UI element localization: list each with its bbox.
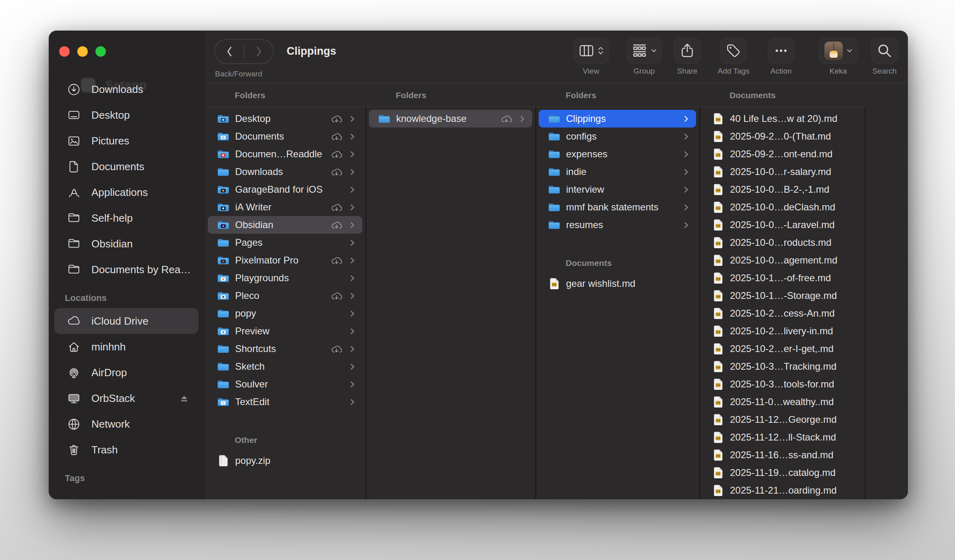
row-garageband-for-ios[interactable]: GarageBand for iOS: [208, 181, 362, 198]
desktop-background: Setapp DownloadsDesktopPicturesDocuments…: [0, 0, 955, 560]
row-2025-11-19-catalog-md[interactable]: 2025-11-19…catalog.md: [703, 464, 862, 482]
row-40-life-les-w-at-20-md[interactable]: 40 Life Les…w at 20).md: [703, 110, 862, 128]
forward-button[interactable]: [255, 45, 263, 58]
row-2025-10-0-b-2-1-md[interactable]: 2025-10-0…B-2-,-1.md: [703, 181, 862, 198]
row-clippings[interactable]: Clippings: [539, 110, 696, 128]
sidebar-item-applications[interactable]: Applications: [54, 179, 198, 205]
finder-window: Setapp DownloadsDesktopPicturesDocuments…: [49, 31, 908, 499]
eject-icon[interactable]: [180, 395, 189, 402]
row-knowledge-base[interactable]: knowledge-base: [369, 110, 532, 128]
zoom-button[interactable]: [95, 46, 106, 57]
row-2025-11-21-oarding-md[interactable]: 2025-11-21…oarding.md: [703, 482, 862, 499]
chevron-right-icon: [520, 115, 525, 122]
row-2025-10-0-declash-md[interactable]: 2025-10-0…deClash.md: [703, 198, 862, 216]
sidebar-item-self-help[interactable]: Self-help: [54, 205, 198, 231]
row-2025-10-1-storage-md[interactable]: 2025-10-1…-Storage.md: [703, 287, 862, 305]
row-preview[interactable]: Preview: [208, 322, 362, 340]
row-expenses[interactable]: expenses: [539, 145, 696, 163]
row-popy[interactable]: popy: [208, 305, 362, 322]
sidebar-item-desktop[interactable]: Desktop: [54, 102, 198, 128]
row-gear-wishlist-md[interactable]: gear wishlist.md: [539, 275, 696, 292]
cloud-download-icon: [331, 344, 342, 353]
cloud-download-icon: [331, 150, 342, 159]
sidebar-item-minhnh[interactable]: minhnh: [54, 334, 198, 360]
row-soulver[interactable]: Soulver: [208, 375, 362, 393]
row-pleco[interactable]: Pleco: [208, 287, 362, 305]
row-2025-10-3-tools-for-md[interactable]: 2025-10-3…tools-for.md: [703, 375, 862, 393]
toolbar-view-button[interactable]: View: [573, 38, 609, 76]
row-ia-writer[interactable]: iA Writer: [208, 198, 362, 216]
row-2025-10-2-cess-an-md[interactable]: 2025-10-2…cess-An.md: [703, 305, 862, 322]
toolbar-add-tags-button[interactable]: Add Tags: [718, 38, 750, 76]
row-2025-10-0-agement-md[interactable]: 2025-10-0…agement.md: [703, 251, 862, 269]
row-label: Obsidian: [235, 219, 273, 231]
markdown-file-icon: [711, 396, 725, 408]
row-2025-10-1-of-free-md[interactable]: 2025-10-1…-of-free.md: [703, 269, 862, 287]
toolbar-search-button[interactable]: Search: [871, 38, 898, 76]
row-interview[interactable]: interview: [539, 181, 696, 198]
row-textedit[interactable]: TextEdit: [208, 393, 362, 411]
folder-icon: [217, 397, 230, 407]
toolbar-group-button[interactable]: Group: [626, 38, 662, 76]
row-2025-10-0-roducts-md[interactable]: 2025-10-0…roducts.md: [703, 234, 862, 251]
row-label: 2025-11-21…oarding.md: [730, 485, 837, 496]
row-2025-11-0-wealthy-md[interactable]: 2025-11-0…wealthy..md: [703, 393, 862, 411]
row-playgrounds[interactable]: Playgrounds: [208, 269, 362, 287]
sidebar-item-airdrop[interactable]: AirDrop: [54, 360, 198, 385]
row-configs[interactable]: configs: [539, 128, 696, 145]
minimize-button[interactable]: [77, 46, 88, 57]
sidebar-item-label: Network: [91, 418, 130, 430]
sidebar-item-obsidian[interactable]: Obsidian: [54, 231, 198, 257]
row-label: 2025-11-12…George.md: [730, 414, 837, 425]
row-2025-11-16-ss-and-md[interactable]: 2025-11-16…ss-and.md: [703, 446, 862, 464]
row-2025-10-2-livery-in-md[interactable]: 2025-10-2…livery-in.md: [703, 322, 862, 340]
row-sketch[interactable]: Sketch: [208, 358, 362, 375]
row-pixelmator-pro[interactable]: Pixelmator Pro: [208, 251, 362, 269]
markdown-file-icon: [711, 484, 725, 496]
row-label: iA Writer: [235, 202, 271, 213]
row-2025-10-3-tracking-md[interactable]: 2025-10-3…Tracking.md: [703, 358, 862, 375]
row-indie[interactable]: indie: [539, 163, 696, 181]
sidebar-item-orbstack[interactable]: OrbStack: [54, 385, 198, 411]
row-2025-09-2-ont-end-md[interactable]: 2025-09-2…ont-end.md: [703, 145, 862, 163]
row-obsidian[interactable]: Obsidian: [208, 216, 362, 234]
sidebar-item-trash[interactable]: Trash: [54, 437, 198, 463]
row-label: 2025-10-2…er-I-get,.md: [730, 343, 833, 354]
toolbar-share-button[interactable]: Share: [674, 38, 701, 76]
toolbar-keka-button[interactable]: Keka: [819, 38, 858, 76]
row-2025-09-2-0-that-md[interactable]: 2025-09-2…0-(That.md: [703, 128, 862, 145]
sidebar-item-documents[interactable]: Documents: [54, 154, 198, 179]
row-2025-10-2-er-i-get-md[interactable]: 2025-10-2…er-I-get,.md: [703, 340, 862, 358]
folder-icon: [217, 167, 230, 177]
row-desktop[interactable]: Desktop: [208, 110, 362, 128]
toolbar-button-label: Share: [677, 67, 698, 76]
row-2025-11-12-ll-stack-md[interactable]: 2025-11-12…ll-Stack.md: [703, 428, 862, 446]
row-label: Clippings: [566, 113, 606, 124]
row-documents[interactable]: Documents: [208, 128, 362, 145]
column-divider[interactable]: [865, 107, 866, 499]
sidebar-item-network[interactable]: Network: [54, 411, 198, 437]
row-documen-readdle[interactable]: Documen…Readdle: [208, 145, 362, 163]
markdown-file-icon: [711, 148, 725, 160]
row-2025-10-0-r-salary-md[interactable]: 2025-10-0…r-salary.md: [703, 163, 862, 181]
row-shortcuts[interactable]: Shortcuts: [208, 340, 362, 358]
folder-icon: [217, 255, 230, 266]
row-label: resumes: [566, 219, 603, 231]
close-button[interactable]: [59, 46, 70, 57]
sidebar-item-icloud-drive[interactable]: iCloud Drive: [54, 308, 198, 334]
back-button[interactable]: [225, 45, 234, 58]
row-2025-10-0-laravel-md[interactable]: 2025-10-0…-Laravel.md: [703, 216, 862, 234]
sidebar-item-pictures[interactable]: Pictures: [54, 128, 198, 154]
row-mmf-bank-statements[interactable]: mmf bank statements: [539, 198, 696, 216]
row-2025-11-12-george-md[interactable]: 2025-11-12…George.md: [703, 411, 862, 428]
row-downloads[interactable]: Downloads: [208, 163, 362, 181]
row-pages[interactable]: Pages: [208, 234, 362, 251]
row-label: 2025-10-0…r-salary.md: [730, 166, 831, 177]
sidebar-item-documents-by-rea[interactable]: Documents by Rea…: [54, 257, 198, 282]
toolbar-action-button[interactable]: Action: [768, 38, 794, 76]
sidebar-item-downloads[interactable]: Downloads: [54, 76, 198, 102]
row-popy-zip[interactable]: popy.zip: [208, 452, 362, 469]
row-resumes[interactable]: resumes: [539, 216, 696, 234]
applications-icon: [65, 186, 83, 199]
markdown-file-icon: [711, 414, 725, 426]
